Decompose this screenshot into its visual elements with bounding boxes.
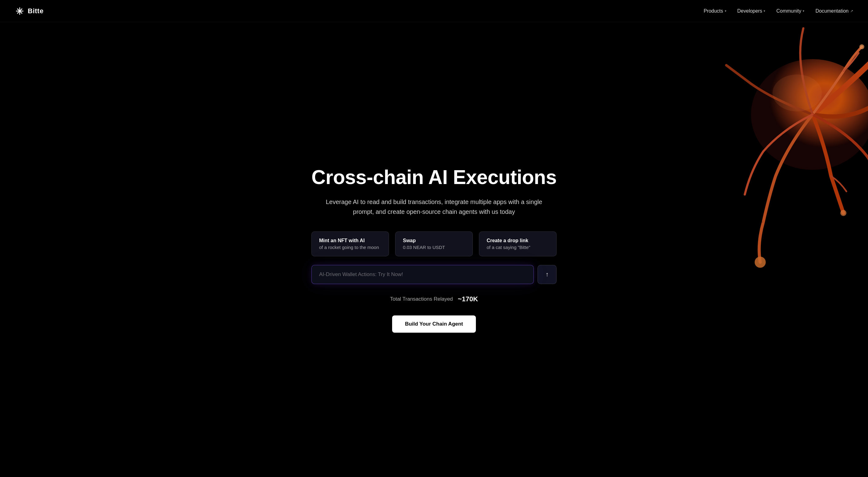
stats-row: Total Transactions Relayed ~170K — [311, 295, 557, 303]
neuron-illustration — [665, 22, 868, 274]
arrow-up-icon: ↑ — [546, 271, 549, 278]
nav-item-products[interactable]: Products ▾ — [704, 8, 726, 14]
chevron-down-icon-2: ▾ — [764, 9, 765, 12]
search-input[interactable] — [311, 265, 534, 284]
chevron-down-icon-3: ▾ — [803, 9, 804, 12]
svg-point-9 — [773, 74, 822, 111]
chevron-down-icon: ▾ — [725, 9, 726, 12]
prompt-card-1[interactable]: Swap 0.03 NEAR to USDT — [395, 231, 473, 257]
hero-subtitle: Leverage AI to read and build transactio… — [323, 197, 545, 217]
nav-label-developers: Developers — [737, 8, 762, 14]
search-row: ↑ — [311, 265, 557, 284]
search-input-wrap — [311, 265, 534, 284]
nav-links: Products ▾ Developers ▾ Community ▾ Docu… — [704, 8, 853, 14]
external-link-icon: ↗ — [850, 9, 853, 13]
svg-point-8 — [840, 210, 846, 216]
prompt-card-2[interactable]: Create a drop link of a cat saying "Bitt… — [479, 231, 557, 257]
cta-button[interactable]: Build Your Chain Agent — [392, 315, 476, 333]
svg-point-7 — [755, 257, 766, 268]
nav-label-products: Products — [704, 8, 723, 14]
nav-label-documentation: Documentation — [815, 8, 848, 14]
nav-item-documentation[interactable]: Documentation ↗ — [815, 8, 853, 14]
prompt-card-title-0: Mint an NFT with AI — [319, 238, 381, 243]
logo-text: Bitte — [28, 7, 43, 15]
hero-content: Cross-chain AI Executions Leverage AI to… — [311, 167, 557, 332]
nav-item-developers[interactable]: Developers ▾ — [737, 8, 766, 14]
prompt-card-sub-1: 0.03 NEAR to USDT — [403, 245, 465, 250]
search-submit-button[interactable]: ↑ — [537, 265, 557, 284]
logo-icon — [15, 6, 25, 16]
prompt-card-0[interactable]: Mint an NFT with AI of a rocket going to… — [311, 231, 389, 257]
prompt-card-title-2: Create a drop link — [487, 238, 549, 243]
stats-value: ~170K — [458, 295, 478, 303]
nav-label-community: Community — [776, 8, 801, 14]
hero-section: Cross-chain AI Executions Leverage AI to… — [0, 22, 868, 477]
svg-point-4 — [751, 59, 868, 170]
prompt-card-sub-0: of a rocket going to the moon — [319, 245, 381, 250]
hero-title: Cross-chain AI Executions — [311, 167, 557, 188]
stats-label: Total Transactions Relayed — [390, 296, 453, 302]
svg-point-6 — [859, 44, 864, 49]
navbar: Bitte Products ▾ Developers ▾ Community … — [0, 0, 868, 22]
prompt-card-sub-2: of a cat saying "Bitte" — [487, 245, 549, 250]
logo[interactable]: Bitte — [15, 6, 43, 16]
nav-item-community[interactable]: Community ▾ — [776, 8, 804, 14]
prompt-card-title-1: Swap — [403, 238, 465, 243]
prompt-cards: Mint an NFT with AI of a rocket going to… — [311, 231, 557, 257]
